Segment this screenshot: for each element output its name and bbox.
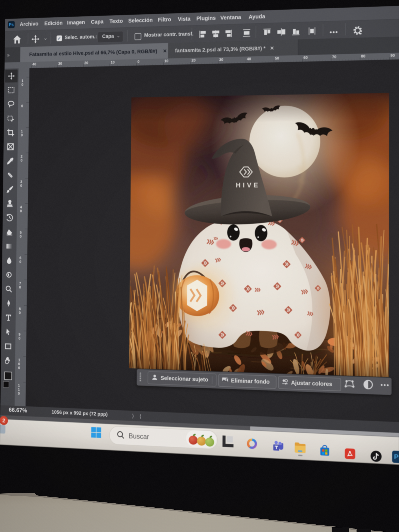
- svg-text:HIVE: HIVE: [236, 181, 260, 189]
